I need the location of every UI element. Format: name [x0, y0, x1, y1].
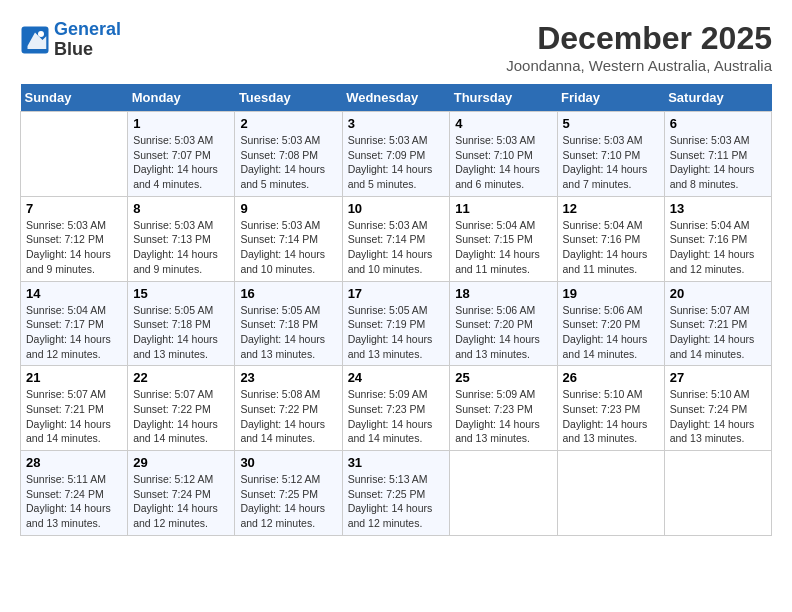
weekday-header-wednesday: Wednesday: [342, 84, 450, 112]
day-info: Sunrise: 5:09 AM Sunset: 7:23 PM Dayligh…: [348, 387, 445, 446]
day-number: 12: [563, 201, 659, 216]
day-number: 24: [348, 370, 445, 385]
day-info: Sunrise: 5:03 AM Sunset: 7:09 PM Dayligh…: [348, 133, 445, 192]
month-title: December 2025: [506, 20, 772, 57]
day-info: Sunrise: 5:05 AM Sunset: 7:18 PM Dayligh…: [133, 303, 229, 362]
calendar-cell: 18Sunrise: 5:06 AM Sunset: 7:20 PM Dayli…: [450, 281, 557, 366]
calendar-cell: [557, 451, 664, 536]
calendar-cell: 24Sunrise: 5:09 AM Sunset: 7:23 PM Dayli…: [342, 366, 450, 451]
day-number: 15: [133, 286, 229, 301]
day-info: Sunrise: 5:07 AM Sunset: 7:21 PM Dayligh…: [26, 387, 122, 446]
day-number: 29: [133, 455, 229, 470]
calendar-cell: 12Sunrise: 5:04 AM Sunset: 7:16 PM Dayli…: [557, 196, 664, 281]
calendar-week-row: 14Sunrise: 5:04 AM Sunset: 7:17 PM Dayli…: [21, 281, 772, 366]
day-info: Sunrise: 5:03 AM Sunset: 7:08 PM Dayligh…: [240, 133, 336, 192]
calendar-cell: 28Sunrise: 5:11 AM Sunset: 7:24 PM Dayli…: [21, 451, 128, 536]
day-info: Sunrise: 5:03 AM Sunset: 7:10 PM Dayligh…: [563, 133, 659, 192]
calendar-table: SundayMondayTuesdayWednesdayThursdayFrid…: [20, 84, 772, 536]
calendar-cell: 2Sunrise: 5:03 AM Sunset: 7:08 PM Daylig…: [235, 112, 342, 197]
title-section: December 2025 Joondanna, Western Austral…: [506, 20, 772, 74]
calendar-cell: 14Sunrise: 5:04 AM Sunset: 7:17 PM Dayli…: [21, 281, 128, 366]
calendar-body: 1Sunrise: 5:03 AM Sunset: 7:07 PM Daylig…: [21, 112, 772, 536]
weekday-header-friday: Friday: [557, 84, 664, 112]
calendar-cell: 25Sunrise: 5:09 AM Sunset: 7:23 PM Dayli…: [450, 366, 557, 451]
calendar-cell: 27Sunrise: 5:10 AM Sunset: 7:24 PM Dayli…: [664, 366, 771, 451]
logo-text: GeneralBlue: [54, 20, 121, 60]
day-number: 4: [455, 116, 551, 131]
logo: GeneralBlue: [20, 20, 121, 60]
calendar-cell: 20Sunrise: 5:07 AM Sunset: 7:21 PM Dayli…: [664, 281, 771, 366]
day-number: 20: [670, 286, 766, 301]
day-number: 27: [670, 370, 766, 385]
weekday-header-thursday: Thursday: [450, 84, 557, 112]
day-info: Sunrise: 5:11 AM Sunset: 7:24 PM Dayligh…: [26, 472, 122, 531]
calendar-week-row: 28Sunrise: 5:11 AM Sunset: 7:24 PM Dayli…: [21, 451, 772, 536]
day-number: 18: [455, 286, 551, 301]
location-subtitle: Joondanna, Western Australia, Australia: [506, 57, 772, 74]
day-number: 2: [240, 116, 336, 131]
day-number: 13: [670, 201, 766, 216]
calendar-cell: 8Sunrise: 5:03 AM Sunset: 7:13 PM Daylig…: [128, 196, 235, 281]
calendar-cell: 1Sunrise: 5:03 AM Sunset: 7:07 PM Daylig…: [128, 112, 235, 197]
day-info: Sunrise: 5:05 AM Sunset: 7:18 PM Dayligh…: [240, 303, 336, 362]
day-number: 11: [455, 201, 551, 216]
weekday-header-sunday: Sunday: [21, 84, 128, 112]
calendar-cell: 22Sunrise: 5:07 AM Sunset: 7:22 PM Dayli…: [128, 366, 235, 451]
day-number: 26: [563, 370, 659, 385]
weekday-header-monday: Monday: [128, 84, 235, 112]
day-info: Sunrise: 5:05 AM Sunset: 7:19 PM Dayligh…: [348, 303, 445, 362]
day-info: Sunrise: 5:04 AM Sunset: 7:15 PM Dayligh…: [455, 218, 551, 277]
day-number: 21: [26, 370, 122, 385]
day-info: Sunrise: 5:08 AM Sunset: 7:22 PM Dayligh…: [240, 387, 336, 446]
calendar-week-row: 1Sunrise: 5:03 AM Sunset: 7:07 PM Daylig…: [21, 112, 772, 197]
day-info: Sunrise: 5:07 AM Sunset: 7:22 PM Dayligh…: [133, 387, 229, 446]
day-number: 10: [348, 201, 445, 216]
day-number: 3: [348, 116, 445, 131]
day-info: Sunrise: 5:03 AM Sunset: 7:10 PM Dayligh…: [455, 133, 551, 192]
calendar-week-row: 7Sunrise: 5:03 AM Sunset: 7:12 PM Daylig…: [21, 196, 772, 281]
weekday-header-tuesday: Tuesday: [235, 84, 342, 112]
day-info: Sunrise: 5:13 AM Sunset: 7:25 PM Dayligh…: [348, 472, 445, 531]
day-number: 16: [240, 286, 336, 301]
day-info: Sunrise: 5:03 AM Sunset: 7:13 PM Dayligh…: [133, 218, 229, 277]
day-number: 25: [455, 370, 551, 385]
logo-icon: [20, 25, 50, 55]
page-header: GeneralBlue December 2025 Joondanna, Wes…: [20, 20, 772, 74]
calendar-cell: [21, 112, 128, 197]
day-number: 22: [133, 370, 229, 385]
day-number: 19: [563, 286, 659, 301]
calendar-cell: 23Sunrise: 5:08 AM Sunset: 7:22 PM Dayli…: [235, 366, 342, 451]
day-info: Sunrise: 5:03 AM Sunset: 7:14 PM Dayligh…: [240, 218, 336, 277]
day-number: 6: [670, 116, 766, 131]
day-info: Sunrise: 5:04 AM Sunset: 7:16 PM Dayligh…: [670, 218, 766, 277]
calendar-cell: 13Sunrise: 5:04 AM Sunset: 7:16 PM Dayli…: [664, 196, 771, 281]
day-info: Sunrise: 5:12 AM Sunset: 7:24 PM Dayligh…: [133, 472, 229, 531]
day-number: 5: [563, 116, 659, 131]
calendar-cell: 26Sunrise: 5:10 AM Sunset: 7:23 PM Dayli…: [557, 366, 664, 451]
calendar-cell: 10Sunrise: 5:03 AM Sunset: 7:14 PM Dayli…: [342, 196, 450, 281]
day-info: Sunrise: 5:09 AM Sunset: 7:23 PM Dayligh…: [455, 387, 551, 446]
calendar-cell: 6Sunrise: 5:03 AM Sunset: 7:11 PM Daylig…: [664, 112, 771, 197]
calendar-cell: 7Sunrise: 5:03 AM Sunset: 7:12 PM Daylig…: [21, 196, 128, 281]
calendar-cell: 5Sunrise: 5:03 AM Sunset: 7:10 PM Daylig…: [557, 112, 664, 197]
day-info: Sunrise: 5:10 AM Sunset: 7:23 PM Dayligh…: [563, 387, 659, 446]
day-number: 23: [240, 370, 336, 385]
calendar-cell: 17Sunrise: 5:05 AM Sunset: 7:19 PM Dayli…: [342, 281, 450, 366]
day-number: 9: [240, 201, 336, 216]
calendar-cell: 4Sunrise: 5:03 AM Sunset: 7:10 PM Daylig…: [450, 112, 557, 197]
svg-point-2: [38, 31, 44, 37]
day-number: 17: [348, 286, 445, 301]
calendar-cell: 15Sunrise: 5:05 AM Sunset: 7:18 PM Dayli…: [128, 281, 235, 366]
day-number: 7: [26, 201, 122, 216]
day-info: Sunrise: 5:03 AM Sunset: 7:07 PM Dayligh…: [133, 133, 229, 192]
day-number: 8: [133, 201, 229, 216]
calendar-cell: 31Sunrise: 5:13 AM Sunset: 7:25 PM Dayli…: [342, 451, 450, 536]
day-number: 14: [26, 286, 122, 301]
calendar-cell: 30Sunrise: 5:12 AM Sunset: 7:25 PM Dayli…: [235, 451, 342, 536]
calendar-cell: 29Sunrise: 5:12 AM Sunset: 7:24 PM Dayli…: [128, 451, 235, 536]
day-info: Sunrise: 5:04 AM Sunset: 7:17 PM Dayligh…: [26, 303, 122, 362]
day-number: 28: [26, 455, 122, 470]
day-number: 31: [348, 455, 445, 470]
day-info: Sunrise: 5:10 AM Sunset: 7:24 PM Dayligh…: [670, 387, 766, 446]
day-info: Sunrise: 5:07 AM Sunset: 7:21 PM Dayligh…: [670, 303, 766, 362]
